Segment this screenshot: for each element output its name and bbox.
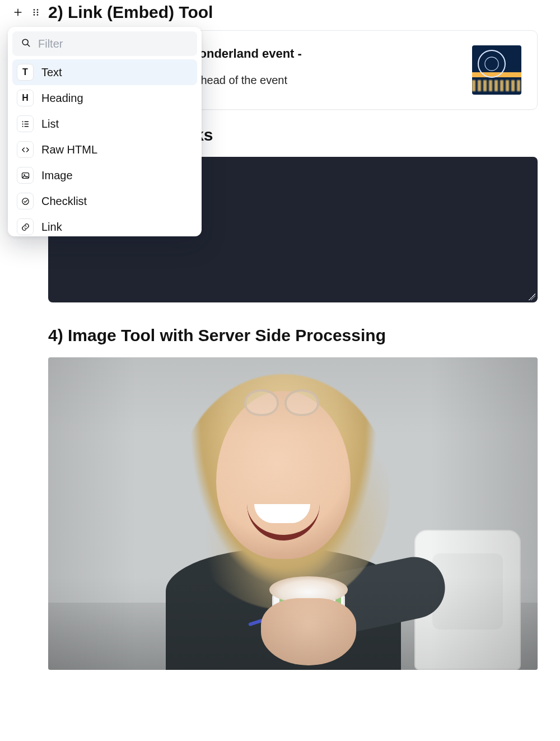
toolbox-item-image[interactable]: Image [12,162,197,188]
add-block-button[interactable] [11,6,25,19]
svg-point-1 [37,9,39,11]
list-icon [17,115,34,132]
toolbox-item-link[interactable]: Link [12,214,197,236]
toolbox-item-text[interactable]: T Text [12,59,197,85]
toolbox-item-label: Heading [41,92,83,105]
block-actions [11,6,43,19]
toolbox-filter-input[interactable] [38,38,189,50]
text-icon: T [17,64,34,81]
toolbox-item-label: List [41,118,59,131]
svg-point-0 [34,9,35,11]
section-2-title: 2) Link (Embed) Tool [48,0,538,30]
toolbox-filter[interactable] [12,31,197,56]
section-4-title: 4) Image Tool with Server Side Processin… [48,326,538,345]
toolbox-item-label: Checklist [41,195,87,208]
image-icon [17,167,34,184]
checklist-icon [17,193,34,209]
svg-point-7 [22,121,23,122]
link-card-thumbnail [472,45,521,95]
link-icon [17,218,34,235]
svg-point-12 [22,198,28,204]
toolbox-item-label: Text [41,66,62,79]
search-icon [20,37,31,50]
toolbox-item-label: Raw HTML [41,143,97,156]
svg-point-2 [34,12,35,13]
toolbox-item-list[interactable]: List [12,111,197,137]
toolbox-popup: T Text H Heading List Raw HTML Image [8,27,202,236]
toolbox-item-rawhtml[interactable]: Raw HTML [12,137,197,162]
toolbox-item-heading[interactable]: H Heading [12,85,197,111]
resize-handle[interactable] [529,293,535,300]
heading-icon: H [17,90,34,106]
svg-point-4 [34,14,35,16]
svg-point-3 [37,12,39,13]
svg-point-9 [22,125,23,127]
svg-point-8 [22,123,23,124]
image-tool-figure[interactable] [48,357,538,670]
code-icon [17,141,34,158]
drag-handle[interactable] [29,6,43,19]
toolbox-item-label: Link [41,221,62,234]
block-section-2: 2) Link (Embed) Tool T Text H Heading Li… [0,0,560,30]
toolbox-item-label: Image [41,169,73,182]
toolbox-item-checklist[interactable]: Checklist [12,188,197,214]
svg-point-5 [37,14,39,16]
